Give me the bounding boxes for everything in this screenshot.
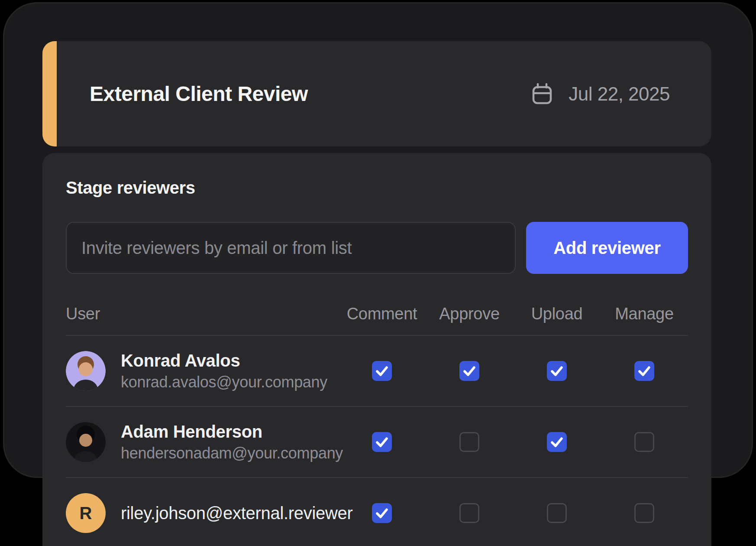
user-email: konrad.avalos@your.company [121, 373, 327, 392]
permission-checkbox-manage[interactable] [634, 361, 654, 381]
stage-header-card: External Client Review Jul 22, 2025 [42, 41, 711, 146]
user-cell: Konrad Avaloskonrad.avalos@your.company [66, 350, 338, 392]
permission-checkbox-upload[interactable] [547, 503, 567, 523]
permission-cell [372, 432, 392, 452]
user-name: Konrad Avalos [121, 350, 327, 371]
column-header-user: User [66, 305, 100, 323]
invite-reviewers-input[interactable] [66, 222, 516, 274]
stage-title: External Client Review [90, 41, 308, 146]
column-header-approve: Approve [439, 305, 499, 323]
user-cell: Adam Hendersonhendersonadam@your.company [66, 421, 338, 463]
avatar [66, 422, 106, 462]
permission-cell [634, 503, 654, 523]
add-reviewer-button[interactable]: Add reviewer [526, 222, 688, 274]
app-screen: External Client Review Jul 22, 2025 Stag… [0, 0, 756, 546]
permission-cell [459, 503, 479, 523]
permission-checkbox-upload[interactable] [547, 361, 567, 381]
table-row: Konrad Avaloskonrad.avalos@your.company [66, 335, 688, 406]
permission-checkbox-approve[interactable] [459, 503, 479, 523]
permission-checkbox-comment[interactable] [372, 432, 392, 452]
permission-cell [547, 432, 567, 452]
table-row: Rriley.johson@external.reviewer [66, 477, 688, 546]
permission-cell [459, 432, 479, 452]
permission-cell [634, 361, 654, 381]
avatar: R [66, 493, 106, 533]
due-date[interactable]: Jul 22, 2025 [530, 41, 670, 146]
table-header-row: User Comment Approve Upload Manage [66, 292, 688, 335]
permission-checkbox-manage[interactable] [634, 503, 654, 523]
permission-checkbox-comment[interactable] [372, 361, 392, 381]
permission-checkbox-upload[interactable] [547, 432, 567, 452]
permission-checkbox-approve[interactable] [459, 361, 479, 381]
user-info: Konrad Avaloskonrad.avalos@your.company [121, 350, 327, 392]
permission-cell [372, 361, 392, 381]
panel-heading: Stage reviewers [66, 178, 195, 198]
permission-cell [372, 503, 392, 523]
permission-checkbox-comment[interactable] [372, 503, 392, 523]
permission-checkbox-manage[interactable] [634, 432, 654, 452]
stage-accent-bar [42, 41, 57, 146]
user-info: riley.johson@external.reviewer [121, 503, 353, 523]
permission-cell [459, 361, 479, 381]
avatar [66, 351, 106, 391]
table-row: Adam Hendersonhendersonadam@your.company [66, 406, 688, 477]
user-email: hendersonadam@your.company [121, 444, 343, 463]
column-header-upload: Upload [531, 305, 583, 323]
user-name: Adam Henderson [121, 421, 343, 442]
user-email: riley.johson@external.reviewer [121, 503, 353, 523]
column-header-comment: Comment [347, 305, 417, 323]
reviewers-table: User Comment Approve Upload Manage Konra… [66, 292, 688, 546]
permission-cell [634, 432, 654, 452]
calendar-icon [530, 82, 554, 106]
invite-row: Add reviewer [66, 222, 688, 274]
table-body: Konrad Avaloskonrad.avalos@your.companyA… [66, 335, 688, 546]
permission-cell [547, 503, 567, 523]
user-cell: Rriley.johson@external.reviewer [66, 493, 338, 533]
stage-reviewers-panel: Stage reviewers Add reviewer User Commen… [42, 153, 711, 546]
user-info: Adam Hendersonhendersonadam@your.company [121, 421, 343, 463]
column-header-manage: Manage [615, 305, 674, 323]
permission-cell [547, 361, 567, 381]
due-date-label: Jul 22, 2025 [569, 83, 670, 105]
permission-checkbox-approve[interactable] [459, 432, 479, 452]
